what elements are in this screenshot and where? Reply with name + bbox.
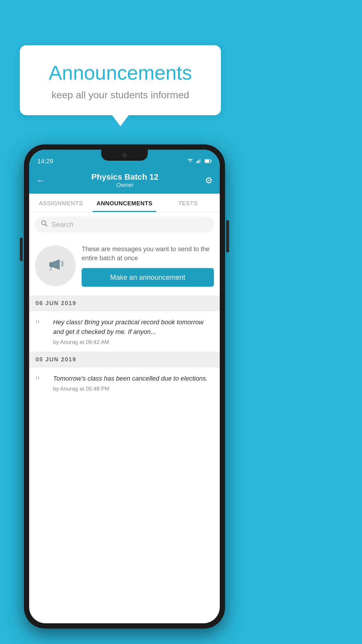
announcement-description: These are messages you want to send to t… [82, 245, 214, 263]
phone-mockup: 14:29 [24, 144, 225, 629]
speech-bubble-card: Announcements keep all your students inf… [20, 45, 221, 115]
header-title: Physics Batch 12 [45, 172, 205, 182]
back-button[interactable]: ← [36, 176, 45, 186]
phone-screen: 14:29 [29, 150, 220, 623]
header-subtitle: Owner [45, 182, 205, 188]
svg-rect-2 [199, 159, 201, 163]
status-icons [187, 158, 212, 164]
quote-icon-2: " [35, 375, 48, 387]
tabs-bar: ASSIGNMENTS ANNOUNCEMENTS TESTS [29, 194, 220, 212]
search-icon [41, 220, 48, 229]
header-title-group: Physics Batch 12 Owner [45, 172, 205, 188]
search-section: Search [29, 212, 220, 237]
megaphone-icon [45, 253, 66, 278]
announcement-item-1: " Hey class! Bring your practical record… [29, 311, 220, 352]
announcement-right-panel: These are messages you want to send to t… [82, 245, 214, 287]
camera-notch [122, 153, 127, 158]
announcement-meta-2: by Anurag at 05:48 PM [53, 386, 214, 392]
app-header: ← Physics Batch 12 Owner ⚙ [29, 167, 220, 194]
settings-button[interactable]: ⚙ [205, 175, 213, 186]
search-bar[interactable]: Search [34, 216, 215, 232]
announcement-prompt-section: These are messages you want to send to t… [29, 237, 220, 296]
phone-notch [101, 150, 148, 161]
svg-rect-5 [211, 160, 212, 162]
svg-line-7 [45, 225, 48, 227]
tab-tests[interactable]: TESTS [156, 194, 220, 212]
make-announcement-button[interactable]: Make an announcement [82, 268, 214, 287]
svg-rect-4 [205, 160, 209, 162]
svg-point-6 [42, 221, 46, 225]
tab-announcements[interactable]: ANNOUNCEMENTS [93, 194, 156, 212]
signal-icon [196, 158, 202, 164]
announcement-item-2: " Tomorrow's class has been cancelled du… [29, 367, 220, 398]
date-divider-2: 05 JUN 2019 [29, 352, 220, 367]
status-time: 14:29 [37, 158, 53, 165]
phone-outer-shell: 14:29 [24, 144, 225, 629]
battery-icon [205, 158, 212, 164]
announcement-text-1: Hey class! Bring your practical record b… [53, 317, 214, 337]
date-divider-1: 06 JUN 2019 [29, 296, 220, 311]
quote-icon-1: " [35, 318, 48, 331]
announcement-text-2: Tomorrow's class has been cancelled due … [53, 374, 214, 383]
megaphone-illustration [35, 245, 76, 286]
speech-bubble-title: Announcements [34, 61, 206, 84]
speech-bubble-subtitle: keep all your students informed [34, 89, 206, 101]
speech-bubble-section: Announcements keep all your students inf… [20, 45, 221, 115]
svg-rect-0 [196, 161, 198, 163]
announcement-content-2: Tomorrow's class has been cancelled due … [53, 374, 214, 392]
svg-rect-1 [198, 160, 199, 163]
wifi-icon [187, 158, 194, 164]
tab-assignments[interactable]: ASSIGNMENTS [29, 194, 93, 212]
announcement-meta-1: by Anurag at 09:42 AM [53, 339, 214, 345]
announcement-content-1: Hey class! Bring your practical record b… [53, 317, 214, 345]
search-placeholder: Search [51, 220, 73, 229]
